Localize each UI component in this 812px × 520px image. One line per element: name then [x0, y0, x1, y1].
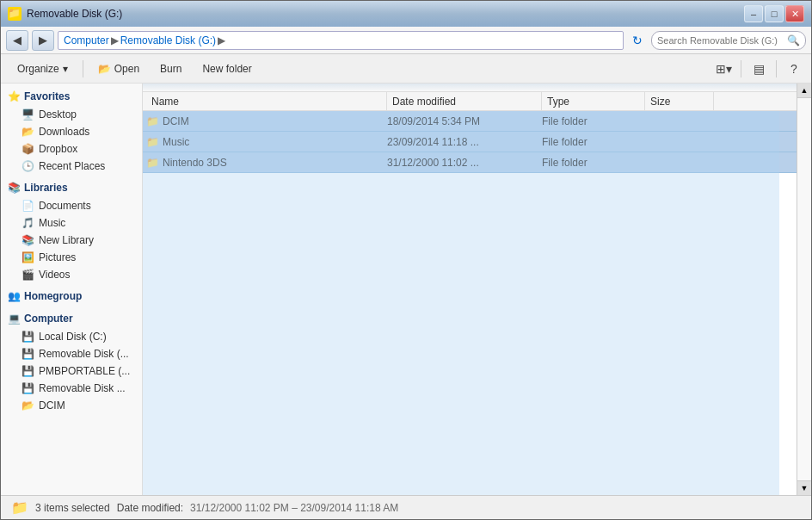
- title-bar-left: 📁 Removable Disk (G:): [8, 7, 122, 21]
- sidebar-item-local-disk-c[interactable]: 💾 Local Disk (C:): [1, 328, 142, 345]
- breadcrumb-computer[interactable]: Computer: [64, 34, 109, 46]
- downloads-icon: 📂: [22, 126, 34, 138]
- file-name-music: 📁 Music: [146, 136, 387, 148]
- table-row[interactable]: 📁 Music 23/09/2014 11:18 ... File folder: [143, 132, 797, 152]
- minimize-button[interactable]: –: [744, 5, 763, 22]
- column-name-header[interactable]: Name: [146, 92, 387, 110]
- file-type-music: File folder: [542, 136, 645, 148]
- favorites-section: ⭐ Favorites 🖥️ Desktop 📂 Downloads 📦 Dro…: [1, 87, 142, 175]
- dcim-icon: 📂: [22, 399, 34, 412]
- table-row[interactable]: 📁 DCIM 18/09/2014 5:34 PM File folder: [143, 111, 797, 132]
- explorer-window: 📁 Removable Disk (G:) – □ ✕ ◀ ▶ Computer…: [0, 0, 812, 520]
- breadcrumb-removable[interactable]: Removable Disk (G:): [120, 34, 216, 46]
- search-icon: 🔍: [787, 34, 800, 46]
- scroll-down-button[interactable]: ▼: [797, 480, 811, 495]
- file-type-dcim: File folder: [542, 115, 645, 127]
- status-bar: 📁 3 items selected Date modified: 31/12/…: [1, 495, 811, 519]
- toolbar-divider-2: [741, 60, 741, 77]
- vertical-scrollbar[interactable]: ▲ ▼: [797, 84, 811, 495]
- file-date-dcim: 18/09/2014 5:34 PM: [387, 115, 542, 127]
- computer-header[interactable]: 💻 Computer: [1, 309, 142, 328]
- scroll-top-indicator: [143, 84, 797, 92]
- computer-icon: 💻: [8, 313, 21, 325]
- homegroup-header[interactable]: 👥 Homegroup: [1, 287, 142, 306]
- address-bar: ◀ ▶ Computer ▶ Removable Disk (G:) ▶ ↻ 🔍: [1, 27, 811, 54]
- new-folder-button[interactable]: New folder: [193, 58, 261, 80]
- maximize-button[interactable]: □: [765, 5, 784, 22]
- close-button[interactable]: ✕: [785, 5, 804, 22]
- change-view-button[interactable]: ⊞▾: [713, 59, 734, 79]
- libraries-icon: 📚: [8, 182, 21, 194]
- music-icon: 🎵: [22, 217, 34, 229]
- sidebar-item-downloads[interactable]: 📂 Downloads: [1, 123, 142, 140]
- status-date-range: 31/12/2000 11:02 PM – 23/09/2014 11:18 A…: [190, 502, 398, 514]
- window-icon: 📁: [8, 7, 22, 21]
- scroll-track: [797, 98, 811, 480]
- empty-space[interactable]: [143, 173, 797, 431]
- sidebar-item-desktop[interactable]: 🖥️ Desktop: [1, 106, 142, 123]
- file-list: 📁 DCIM 18/09/2014 5:34 PM File folder 📁 …: [143, 111, 797, 495]
- libraries-header[interactable]: 📚 Libraries: [1, 178, 142, 197]
- refresh-button[interactable]: ↻: [627, 31, 648, 50]
- documents-icon: 📄: [22, 200, 34, 212]
- open-button[interactable]: 📂 Open: [89, 58, 149, 80]
- homegroup-section: 👥 Homegroup: [1, 287, 142, 306]
- sidebar-item-dcim[interactable]: 📂 DCIM: [1, 397, 142, 414]
- file-date-nintendo: 31/12/2000 11:02 ...: [387, 157, 542, 169]
- folder-icon-dcim: 📁: [146, 115, 159, 127]
- column-size-header[interactable]: Size: [645, 92, 714, 110]
- search-box[interactable]: 🔍: [651, 31, 806, 50]
- column-date-header[interactable]: Date modified: [387, 92, 542, 110]
- folder-icon-music: 📁: [146, 136, 159, 148]
- pmbportable-icon: 💾: [22, 365, 34, 377]
- status-folder-icon: 📁: [11, 499, 28, 516]
- pictures-icon: 🖼️: [22, 251, 34, 263]
- sidebar-item-removable-disk-2[interactable]: 💾 Removable Disk ...: [1, 380, 142, 397]
- folder-icon-nintendo: 📁: [146, 157, 159, 169]
- toolbar-right: ⊞▾ ▤ ?: [713, 59, 804, 79]
- file-date-music: 23/09/2014 11:18 ...: [387, 136, 542, 148]
- burn-button[interactable]: Burn: [151, 58, 191, 80]
- toolbar: Organize ▾ 📂 Open Burn New folder ⊞▾ ▤ ?: [1, 54, 811, 84]
- title-controls: – □ ✕: [744, 5, 804, 22]
- sidebar-item-music[interactable]: 🎵 Music: [1, 214, 142, 232]
- file-type-nintendo: File folder: [542, 157, 645, 169]
- forward-button[interactable]: ▶: [32, 30, 54, 51]
- status-selection-text: 3 items selected: [35, 502, 110, 514]
- organize-button[interactable]: Organize ▾: [8, 58, 77, 80]
- star-icon: ⭐: [8, 90, 21, 102]
- open-icon: 📂: [98, 63, 111, 75]
- column-headers: Name Date modified Type Size: [143, 92, 797, 111]
- sidebar-item-recent[interactable]: 🕒 Recent Places: [1, 158, 142, 175]
- favorites-header[interactable]: ⭐ Favorites: [1, 87, 142, 106]
- toolbar-divider-1: [83, 60, 83, 77]
- search-input[interactable]: [657, 35, 784, 46]
- removable-disk-2-icon: 💾: [22, 382, 34, 394]
- dropbox-icon: 📦: [22, 143, 34, 155]
- computer-section: 💻 Computer 💾 Local Disk (C:) 💾 Removable…: [1, 309, 142, 414]
- table-row[interactable]: 📁 Nintendo 3DS 31/12/2000 11:02 ... File…: [143, 152, 797, 173]
- file-name-dcim: 📁 DCIM: [146, 115, 387, 127]
- preview-pane-button[interactable]: ▤: [748, 59, 769, 79]
- column-type-header[interactable]: Type: [542, 92, 645, 110]
- new-library-icon: 📚: [22, 234, 34, 246]
- sidebar: ⭐ Favorites 🖥️ Desktop 📂 Downloads 📦 Dro…: [1, 84, 143, 495]
- sidebar-item-videos[interactable]: 🎬 Videos: [1, 266, 142, 283]
- help-button[interactable]: ?: [784, 59, 804, 79]
- organize-dropdown-icon: ▾: [63, 63, 68, 75]
- address-path[interactable]: Computer ▶ Removable Disk (G:) ▶: [58, 31, 624, 50]
- content-area: Name Date modified Type Size 📁 DCIM 18/0…: [143, 84, 797, 495]
- homegroup-icon: 👥: [8, 290, 21, 302]
- sidebar-item-pictures[interactable]: 🖼️ Pictures: [1, 249, 142, 266]
- sidebar-item-dropbox[interactable]: 📦 Dropbox: [1, 140, 142, 158]
- local-disk-c-icon: 💾: [22, 331, 34, 343]
- back-button[interactable]: ◀: [6, 30, 28, 51]
- scroll-up-button[interactable]: ▲: [797, 84, 811, 98]
- sidebar-item-new-library[interactable]: 📚 New Library: [1, 232, 142, 249]
- sidebar-item-documents[interactable]: 📄 Documents: [1, 197, 142, 214]
- sidebar-item-removable-disk-g[interactable]: 💾 Removable Disk (...: [1, 345, 142, 362]
- status-date-label: Date modified:: [117, 502, 183, 514]
- sidebar-item-pmbportable[interactable]: 💾 PMBPORTABLE (...: [1, 362, 142, 380]
- title-bar: 📁 Removable Disk (G:) – □ ✕: [1, 1, 811, 27]
- file-name-nintendo: 📁 Nintendo 3DS: [146, 157, 387, 169]
